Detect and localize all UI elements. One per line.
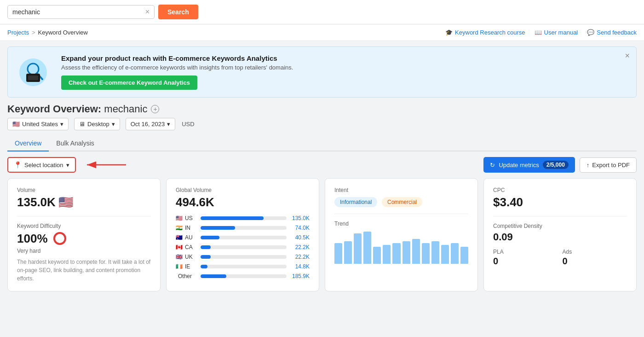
search-input-wrapper: × (7, 5, 155, 19)
flag-US: 🇺🇸 (176, 215, 183, 221)
keyword-course-link[interactable]: 🎓 Keyword Research course (445, 29, 525, 36)
country-code-US: US (185, 215, 193, 221)
bar-row: 🇺🇸 US 135.0K (176, 215, 310, 221)
feedback-icon: 💬 (587, 29, 594, 36)
flag-UK: 🇬🇧 (176, 254, 183, 260)
promotional-banner: Expand your product reach with E-commerc… (7, 46, 637, 98)
bar-fill-CA (201, 245, 211, 249)
device-chevron: ▾ (112, 121, 115, 128)
trend-bar-8 (412, 239, 420, 264)
search-bar: × Search (0, 0, 644, 24)
keyword-course-label: Keyword Research course (455, 29, 525, 36)
intent-label: Intent (334, 187, 468, 193)
trend-bar-1 (344, 241, 352, 264)
difficulty-value: 100% (17, 231, 151, 246)
svg-point-7 (54, 233, 65, 244)
flag-IE: 🇮🇪 (176, 263, 183, 270)
manual-icon: 📖 (535, 29, 542, 36)
bar-value-AU: 40.5K (290, 234, 310, 241)
country-code-IN: IN (185, 225, 190, 231)
trend-bar-7 (402, 241, 410, 264)
date-filter[interactable]: Oct 16, 2023 ▾ (126, 118, 175, 130)
bar-fill-Other (201, 274, 226, 278)
intent-commercial-badge: Commercial (382, 197, 422, 207)
bar-value-CA: 22.2K (290, 244, 310, 250)
country-code-UK: UK (185, 254, 193, 260)
trend-label: Trend (334, 221, 468, 227)
date-label: Oct 16, 2023 (131, 121, 165, 128)
volume-value: 135.0K 🇺🇸 (17, 195, 151, 209)
bar-track-CA (201, 245, 287, 249)
device-filter[interactable]: 🖥 Desktop ▾ (74, 118, 120, 130)
location-label: United States (22, 121, 58, 128)
search-input[interactable] (12, 8, 145, 16)
pla-value: 0 (493, 256, 558, 267)
bar-track-US (201, 216, 287, 220)
bar-row: Other 185.9K (176, 273, 310, 279)
user-manual-link[interactable]: 📖 User manual (535, 29, 578, 36)
add-keyword-icon[interactable]: + (151, 105, 159, 113)
ads-label: Ads (563, 249, 627, 255)
banner-cta-button[interactable]: Check out E-commerce Keyword Analytics (61, 76, 197, 90)
location-filter[interactable]: 🇺🇸 United States ▾ (7, 118, 69, 130)
cpc-value: $3.40 (493, 195, 627, 209)
select-location-label: Select location (24, 162, 63, 168)
export-button[interactable]: ↑ Export to PDF (580, 157, 637, 173)
us-flag: 🇺🇸 (12, 121, 20, 128)
trend-bar-4 (373, 247, 381, 264)
tab-overview[interactable]: Overview (7, 136, 49, 151)
flag-AU: 🇦🇺 (176, 234, 183, 241)
clear-icon[interactable]: × (145, 8, 150, 16)
course-icon: 🎓 (445, 29, 453, 36)
banner-illustration (17, 56, 54, 88)
page-title-row: Keyword Overview: mechanic + (7, 103, 637, 115)
send-feedback-link[interactable]: 💬 Send feedback (587, 29, 637, 36)
breadcrumb: Projects > Keyword Overview (7, 29, 88, 36)
bar-row: 🇬🇧 UK 22.2K (176, 254, 310, 260)
red-arrow (82, 158, 128, 171)
difficulty-description: The hardest keyword to compete for. It w… (17, 258, 151, 283)
bar-track-AU (201, 236, 287, 239)
export-label: Export to PDF (592, 162, 630, 168)
bar-fill-IN (201, 226, 235, 230)
bar-country-CA: 🇨🇦 CA (176, 244, 197, 250)
global-volume-label: Global Volume (176, 187, 310, 193)
bar-value-Other: 185.9K (290, 273, 310, 279)
bar-country-UK: 🇬🇧 UK (176, 254, 197, 260)
banner-subtitle: Assess the efficiency of e-commerce keyw… (61, 64, 293, 71)
update-metrics-label: Update metrics (499, 162, 539, 168)
breadcrumb-parent[interactable]: Projects (7, 29, 29, 36)
difficulty-label: Keyword Difficulty (17, 223, 151, 229)
country-code-AU: AU (185, 234, 193, 241)
page-title: Keyword Overview: mechanic (7, 103, 147, 115)
device-label: Desktop (87, 121, 109, 128)
banner-close-icon[interactable]: × (625, 52, 630, 60)
trend-bar-2 (354, 233, 362, 264)
update-metrics-button[interactable]: ↻ Update metrics 2/5,000 (483, 157, 575, 173)
tabs: Overview Bulk Analysis (7, 136, 637, 151)
global-bars: 🇺🇸 US 135.0K 🇮🇳 IN 74.0K 🇦🇺 AU 40.5K 🇨🇦 … (176, 215, 310, 279)
cards-grid: Volume 135.0K 🇺🇸 Keyword Difficulty 100%… (7, 178, 637, 291)
volume-flag: 🇺🇸 (58, 195, 73, 209)
keyword-name: mechanic (104, 103, 147, 115)
bar-row: 🇨🇦 CA 22.2K (176, 244, 310, 250)
bar-value-IE: 14.8K (290, 263, 310, 270)
bar-track-IN (201, 226, 287, 230)
banner-text: Expand your product reach with E-commerc… (61, 54, 293, 90)
difficulty-ring (52, 231, 67, 246)
bar-track-Other (201, 274, 287, 278)
trend-bar-6 (392, 243, 400, 264)
pla-label: PLA (493, 249, 558, 255)
bar-country-Other: Other (176, 273, 197, 279)
trend-bar-0 (334, 243, 342, 264)
bar-fill-AU (201, 236, 219, 239)
top-nav: Projects > Keyword Overview 🎓 Keyword Re… (0, 24, 644, 41)
currency-label: USD (182, 121, 194, 128)
trend-bar-13 (460, 247, 468, 264)
select-location-button[interactable]: 📍 Select location ▾ (7, 157, 76, 173)
trend-bar-9 (422, 243, 430, 264)
tab-bulk-analysis[interactable]: Bulk Analysis (49, 136, 101, 151)
search-button[interactable]: Search (158, 5, 198, 19)
svg-rect-4 (28, 76, 38, 80)
bar-row: 🇮🇳 IN 74.0K (176, 225, 310, 231)
